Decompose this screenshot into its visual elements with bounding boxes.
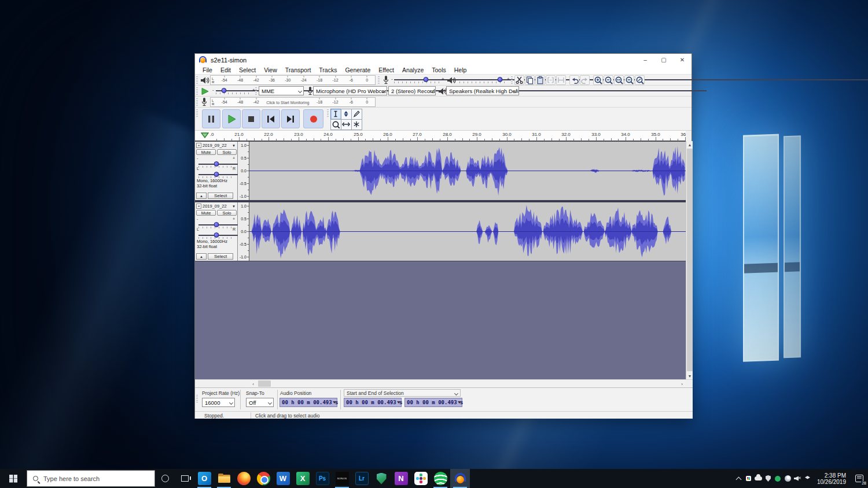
menu-view[interactable]: View	[260, 66, 281, 73]
track-name-menu[interactable]: 2019_09_22▼	[203, 142, 237, 149]
track-mute-button[interactable]: Mute	[196, 149, 216, 155]
taskbar-search-input[interactable]: Type here to search	[27, 470, 155, 487]
track-solo-button[interactable]: Solo	[217, 210, 237, 216]
task-view-button[interactable]	[175, 469, 194, 488]
play-speed-slider[interactable]	[216, 87, 251, 94]
track-solo-button[interactable]: Solo	[217, 149, 237, 155]
snap-to-select[interactable]: Off	[246, 398, 274, 407]
copy-button[interactable]	[525, 75, 535, 85]
track-gain-slider[interactable]	[198, 161, 234, 168]
vertical-scroll-thumb[interactable]	[687, 149, 693, 371]
track-pan-slider[interactable]	[198, 232, 234, 239]
menu-tracks[interactable]: Tracks	[315, 66, 341, 73]
taskbar-app-onenote[interactable]: N	[391, 469, 411, 488]
toolbar-grip-handle[interactable]	[378, 76, 380, 84]
track-gain-slider[interactable]	[198, 221, 234, 228]
taskbar-clock[interactable]: 2:38 PM 10/26/2019	[812, 472, 851, 485]
toolbar-grip-handle[interactable]	[196, 109, 198, 117]
selection-end-field[interactable]: 00 h 00 m 00.493 s	[404, 398, 462, 407]
track-close-button[interactable]: ×	[196, 143, 201, 148]
pause-button[interactable]	[202, 109, 220, 128]
taskbar-app-audacity[interactable]	[450, 469, 470, 488]
slider-thumb[interactable]	[214, 222, 219, 227]
playback-volume-slider[interactable]	[459, 76, 505, 83]
tray-chevron-up-icon[interactable]	[734, 469, 744, 488]
selection-start-field[interactable]: 00 h 00 m 00.493 s	[344, 398, 402, 407]
zoom-in-button[interactable]	[593, 75, 603, 85]
taskbar-app-lightroom[interactable]: Lr	[352, 469, 372, 488]
play-at-speed-button[interactable]	[200, 86, 209, 97]
audio-position-field[interactable]: 00 h 00 m 00.493 s	[279, 398, 337, 407]
taskbar-app-slack[interactable]	[411, 469, 431, 488]
toolbar-grip-handle[interactable]	[327, 109, 329, 117]
minimize-button[interactable]: –	[636, 54, 654, 66]
track-waveform[interactable]	[249, 202, 686, 261]
slider-thumb[interactable]	[222, 88, 227, 93]
scroll-down-arrow[interactable]: ▼	[686, 372, 693, 379]
toolbar-grip-handle[interactable]	[255, 87, 257, 95]
track-select-button[interactable]: Select	[208, 253, 233, 260]
audio-host-select[interactable]: MME	[259, 86, 304, 95]
taskbar-app-spotify[interactable]	[431, 469, 450, 488]
track-select-button[interactable]: Select	[208, 193, 233, 199]
menu-select[interactable]: Select	[235, 66, 260, 73]
track-vertical-ruler[interactable]: 1.00.50.0-0.5-1.0	[238, 142, 249, 200]
taskbar-app-photoshop[interactable]: Ps	[312, 469, 332, 488]
undo-button[interactable]	[569, 75, 579, 85]
vertical-scrollbar[interactable]: ▲▼	[686, 141, 693, 379]
menu-edit[interactable]: Edit	[216, 66, 235, 73]
tray-slack-tray-icon[interactable]	[744, 469, 753, 488]
track-collapse-button[interactable]: ▲	[196, 193, 207, 199]
zoom-tool-button[interactable]	[330, 119, 341, 130]
taskbar-app-word[interactable]: W	[273, 469, 293, 488]
recording-volume-slider[interactable]	[394, 76, 439, 83]
menu-transport[interactable]: Transport	[281, 66, 315, 73]
tray-steam-icon[interactable]	[783, 469, 793, 488]
taskbar-app-chrome[interactable]	[253, 469, 273, 488]
recording-device-select[interactable]: Microphone (HD Pro Webcam (	[313, 86, 387, 95]
paste-button[interactable]	[535, 75, 545, 85]
zoom-toggle-button[interactable]	[635, 75, 645, 85]
tray-defender-tray-icon[interactable]	[763, 469, 773, 488]
toolbar-grip-handle[interactable]	[196, 87, 198, 95]
menu-generate[interactable]: Generate	[341, 66, 374, 73]
menu-tools[interactable]: Tools	[428, 66, 450, 73]
skip-start-button[interactable]	[262, 109, 280, 128]
tray-onedrive-icon[interactable]	[753, 469, 763, 488]
maximize-button[interactable]: ▢	[654, 54, 673, 66]
start-button[interactable]	[0, 469, 27, 488]
slider-thumb[interactable]	[214, 232, 219, 238]
tray-dropbox-icon[interactable]	[803, 469, 812, 488]
track-waveform[interactable]	[249, 142, 686, 200]
play-button[interactable]	[222, 109, 241, 128]
track-collapse-button[interactable]: ▲	[196, 253, 207, 260]
taskbar-app-outlook[interactable]: O	[194, 469, 214, 488]
draw-tool-button[interactable]	[351, 109, 362, 120]
selection-tool-button[interactable]	[330, 109, 341, 120]
selection-mode-dropdown[interactable]: Start and End of Selection	[344, 389, 461, 397]
slider-thumb[interactable]	[498, 77, 503, 82]
title-bar[interactable]: s2e11-simon –▢✕	[195, 54, 692, 66]
slider-thumb[interactable]	[214, 172, 219, 177]
taskbar-app-defender[interactable]	[372, 469, 391, 488]
track-close-button[interactable]: ×	[196, 204, 201, 209]
menu-help[interactable]: Help	[450, 66, 471, 73]
timeshift-tool-button[interactable]	[341, 119, 352, 130]
playback-device-select[interactable]: Speakers (Realtek High Definiti	[446, 86, 519, 95]
timeline-pin-icon[interactable]	[201, 132, 209, 138]
zoom-out-button[interactable]	[604, 75, 613, 85]
recording-meter[interactable]: LR-54-48-42Click to Start Monitoring-18-…	[210, 97, 376, 107]
toolbar-grip-handle[interactable]	[511, 76, 513, 84]
taskbar-app-firefox[interactable]	[234, 469, 253, 488]
horizontal-scroll-thumb[interactable]	[258, 380, 271, 387]
slider-thumb[interactable]	[424, 77, 429, 82]
scroll-left-arrow[interactable]: ‹	[249, 380, 257, 388]
envelope-tool-button[interactable]	[341, 109, 352, 120]
horizontal-scrollbar[interactable]: ‹ ›	[249, 380, 686, 388]
track-mute-button[interactable]: Mute	[196, 210, 216, 216]
cut-button[interactable]	[514, 75, 524, 85]
stop-button[interactable]	[242, 109, 260, 128]
recording-channels-select[interactable]: 2 (Stereo) Recordir	[388, 86, 436, 95]
tray-volume-muted-icon[interactable]: ✕	[793, 469, 803, 488]
zoom-selection-button[interactable]	[614, 75, 624, 85]
